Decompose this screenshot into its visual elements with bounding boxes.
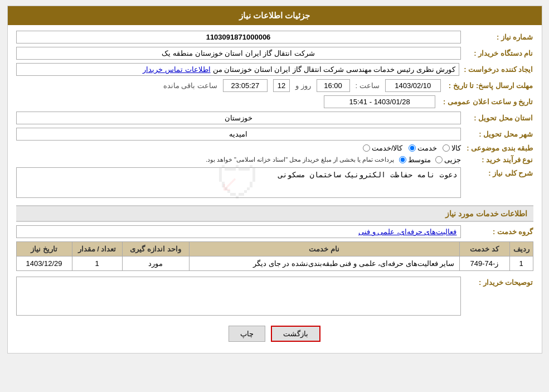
shahr-tahvil-row: شهر محل تحویل : امیدیه bbox=[16, 128, 533, 141]
services-section-header: اطلاعات خدمات مورد نیاز bbox=[16, 205, 533, 222]
group-khadamat-row: گروه خدمت : فعالیت‌های حرفه‌ای، علمی و ف… bbox=[16, 225, 533, 238]
mohlat-label: مهلت ارسال پاسخ: تا تاریخ : bbox=[444, 81, 533, 90]
nooe-jozii-label: جزیی bbox=[444, 156, 461, 164]
col-header-count: تعداد / مقدار bbox=[72, 242, 122, 257]
tabaqe-row: طبقه بندی موضوعی : کالا خدمت کالا/خدمت bbox=[16, 144, 533, 152]
ostan-tahvil-row: استان محل تحویل : خوزستان bbox=[16, 112, 533, 124]
mohlat-rooz-label: روز و bbox=[293, 81, 313, 90]
idad-konandeh-value: کورش نظری رئیس خدمات مهندسی شرکت انتقال … bbox=[16, 63, 460, 76]
ostan-tahvil-label: استان محل تحویل : bbox=[461, 114, 533, 122]
nam-dastgah-value: شرکت انتقال گاز ایران استان خوزستان منطق… bbox=[16, 47, 461, 60]
tosif-container bbox=[16, 277, 461, 317]
tosif-textarea[interactable] bbox=[16, 277, 461, 316]
tarikhe-elan-row: تاریخ و ساعت اعلان عمومی : 1403/01/28 - … bbox=[16, 95, 533, 108]
idad-konandeh-label: ایجاد کننده درخواست : bbox=[459, 65, 533, 74]
shomara-niaz-label: شماره نیاز : bbox=[461, 33, 533, 41]
col-header-name: نام خدمت bbox=[189, 242, 459, 257]
mohlat-row: مهلت ارسال پاسخ: تا تاریخ : 1403/02/10 س… bbox=[16, 79, 533, 92]
tarikhe-elan-value: 1403/01/28 - 15:41 bbox=[324, 95, 435, 108]
ostan-tahvil-value: خوزستان bbox=[16, 112, 461, 124]
mohlat-date: 1403/02/10 bbox=[385, 79, 441, 92]
sharh-inner: 🛡 ↙ bbox=[16, 167, 461, 200]
shahr-tahvil-label: شهر محل تحویل : bbox=[461, 130, 533, 138]
mohlat-rooz: 12 bbox=[273, 79, 290, 92]
main-container: جزئیات اطلاعات نیاز شماره نیاز : 1103091… bbox=[7, 6, 542, 354]
content-area: شماره نیاز : 1103091871000006 نام دستگاه… bbox=[8, 25, 542, 353]
mohlat-baqi: 23:05:27 bbox=[223, 79, 268, 92]
cell-name: سایر فعالیت‌های حرفه‌ای، علمی و فنی طبقه… bbox=[189, 257, 459, 271]
tabaqe-kala-khedmat-radio[interactable] bbox=[363, 144, 370, 152]
nooe-farayand-label: نوع فرآیند خرید : bbox=[461, 156, 533, 164]
mohlat-baqi-label: ساعت باقی مانده bbox=[161, 81, 220, 90]
nam-dastgah-row: نام دستگاه خریدار : شرکت انتقال گاز ایرا… bbox=[16, 47, 533, 60]
nooe-mottavasset-label: متوسط bbox=[408, 156, 431, 164]
nooe-farayand-row: نوع فرآیند خرید : جزیی متوسط پرداخت تمام… bbox=[16, 156, 533, 164]
tabaqe-kala-radio[interactable] bbox=[443, 144, 450, 152]
sharh-container: 🛡 ↙ bbox=[16, 167, 461, 200]
tabaqe-radio-group: کالا خدمت کالا/خدمت bbox=[363, 144, 461, 152]
cell-count: 1 bbox=[72, 257, 122, 271]
shomara-niaz-value: 1103091871000006 bbox=[16, 31, 461, 43]
tabaqe-khedmat-radio[interactable] bbox=[409, 144, 416, 152]
page-title: جزئیات اطلاعات نیاز bbox=[239, 11, 310, 20]
idad-konandeh-row: ایجاد کننده درخواست : کورش نظری رئیس خدم… bbox=[16, 63, 533, 76]
idad-konandeh-text: کورش نظری رئیس خدمات مهندسی شرکت انتقال … bbox=[213, 65, 456, 74]
tabaqe-option-khedmat: خدمت bbox=[409, 144, 437, 152]
table-row: 1 ز-74-749 سایر فعالیت‌های حرفه‌ای، علمی… bbox=[16, 257, 533, 271]
idad-konandeh-link[interactable]: اطلاعات تماس خریدار bbox=[143, 65, 210, 74]
tabaqe-khedmat-label: خدمت bbox=[417, 144, 437, 152]
tabaqe-option-kala-khedmat: کالا/خدمت bbox=[363, 144, 403, 152]
sharh-textarea[interactable] bbox=[16, 167, 461, 198]
back-button[interactable]: بازگشت bbox=[271, 326, 320, 342]
nooe-jozii-radio[interactable] bbox=[435, 156, 443, 163]
shahr-tahvil-value: امیدیه bbox=[16, 128, 461, 141]
tabaqe-label: طبقه بندی موضوعی : bbox=[461, 144, 533, 152]
sharh-label: شرح کلی نیاز : bbox=[461, 167, 533, 177]
shomara-niaz-row: شماره نیاز : 1103091871000006 bbox=[16, 31, 533, 43]
cell-date: 1403/12/29 bbox=[16, 257, 72, 271]
tabaqe-option-kala: کالا bbox=[443, 144, 461, 152]
group-khadamat-label: گروه خدمت : bbox=[461, 228, 533, 236]
bottom-buttons: چاپ بازگشت bbox=[16, 326, 533, 342]
tosif-row: توصیحات خریدار : bbox=[16, 277, 533, 317]
nooe-mottavasset: متوسط bbox=[399, 156, 431, 164]
mohlat-time-label: ساعت : bbox=[353, 81, 382, 90]
tosif-label: توصیحات خریدار : bbox=[461, 277, 533, 287]
mohlat-time: 16:00 bbox=[317, 79, 350, 92]
col-header-radif: ردیف bbox=[509, 242, 533, 257]
col-header-date: تاریخ نیاز bbox=[16, 242, 72, 257]
print-button[interactable]: چاپ bbox=[229, 326, 265, 342]
tabaqe-kala-khedmat-label: کالا/خدمت bbox=[372, 144, 403, 152]
tarikhe-elan-label: تاریخ و ساعت اعلان عمومی : bbox=[439, 98, 533, 106]
nam-dastgah-label: نام دستگاه خریدار : bbox=[461, 49, 533, 57]
services-section-label: اطلاعات خدمات مورد نیاز bbox=[445, 209, 528, 218]
group-khadamat-value[interactable]: فعالیت‌های حرفه‌ای، علمی و فنی bbox=[16, 225, 461, 238]
nooe-jozii: جزیی bbox=[435, 156, 461, 164]
sharh-row: شرح کلی نیاز : 🛡 ↙ bbox=[16, 167, 533, 200]
nooe-mottavasset-radio[interactable] bbox=[399, 156, 406, 163]
cell-radif: 1 bbox=[509, 257, 533, 271]
nooe-farayand-note: پرداخت تمام یا بخشی از مبلغ خریداز محل "… bbox=[206, 156, 395, 163]
col-header-unit: واحد اندازه گیری bbox=[122, 242, 189, 257]
services-table: ردیف کد خدمت نام خدمت واحد اندازه گیری ت… bbox=[16, 241, 533, 271]
cell-code: ز-74-749 bbox=[459, 257, 509, 271]
cell-unit: مورد bbox=[122, 257, 189, 271]
page-header: جزئیات اطلاعات نیاز bbox=[8, 6, 542, 25]
col-header-code: کد خدمت bbox=[459, 242, 509, 257]
tabaqe-kala-label: کالا bbox=[451, 144, 461, 152]
